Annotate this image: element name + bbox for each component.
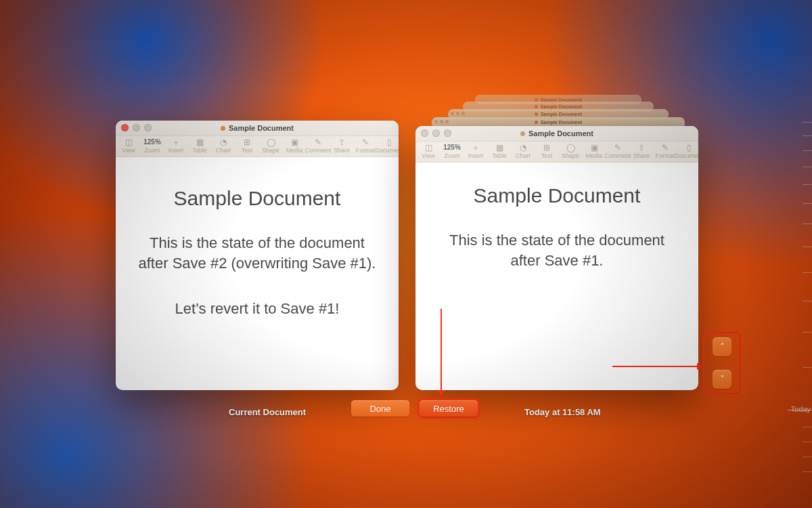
table-tool[interactable]: ▦Table — [491, 142, 508, 159]
document-tool[interactable]: ▯Document — [380, 136, 398, 154]
version-ghost-title: Sample Document — [541, 112, 582, 117]
chart-tool[interactable]: ◔Chart — [514, 142, 532, 159]
titlebar[interactable]: Sample Document — [116, 121, 399, 136]
media-tool[interactable]: ▣Media — [585, 142, 603, 159]
current-document-label: Current Document — [229, 407, 306, 417]
comment-tool[interactable]: ✎Comment — [609, 142, 627, 159]
comment-tool[interactable]: ✎Comment — [309, 136, 327, 154]
version-previous-button[interactable]: ˄ — [713, 337, 731, 356]
version-nav-arrows: ˄ ˅ — [706, 335, 738, 391]
minimize-icon — [432, 129, 440, 137]
edited-indicator-icon — [520, 131, 525, 136]
share-tool[interactable]: ⇪Share — [333, 136, 351, 154]
doc-heading: Sample Document — [136, 187, 378, 210]
plus-icon: ＋ — [472, 143, 480, 152]
chevron-down-icon: ˅ — [720, 374, 725, 385]
titlebar[interactable]: Sample Document — [415, 126, 698, 142]
chart-icon: ◔ — [220, 137, 227, 147]
comment-icon: ✎ — [315, 137, 321, 147]
document-icon: ▯ — [387, 137, 392, 147]
sidebar-icon: ◫ — [125, 137, 133, 147]
version-document-window: Sample Document ◫View 125%Zoom ＋Insert ▦… — [415, 126, 698, 390]
version-timestamp-label: Today at 11:58 AM — [524, 407, 601, 417]
plus-icon: ＋ — [172, 137, 180, 147]
media-tool[interactable]: ▣Media — [286, 136, 303, 154]
shape-icon: ◯ — [566, 143, 575, 152]
annotation-arrow-right — [612, 366, 702, 367]
media-icon: ▣ — [591, 143, 598, 152]
timeline-now-marker — [788, 410, 812, 410]
table-icon: ▦ — [196, 137, 204, 147]
doc-paragraph-2: Let’s revert it to Save #1! — [136, 299, 378, 319]
chart-tool[interactable]: ◔Chart — [215, 136, 232, 154]
toolbar: ◫View 125%Zoom ＋Insert ▦Table ◔Chart ⊞Te… — [415, 142, 698, 163]
document-content: Sample Document This is the state of the… — [415, 163, 698, 314]
view-tool[interactable]: ◫View — [120, 136, 137, 154]
doc-paragraph-1: This is the state of the document after … — [436, 230, 678, 270]
share-tool[interactable]: ⇪Share — [633, 142, 650, 159]
timeline-now-label: Today — [791, 405, 811, 413]
format-tool[interactable]: ✎Format — [656, 142, 674, 159]
shape-tool[interactable]: ◯Shape — [262, 136, 279, 154]
zoom-tool[interactable]: 125%Zoom — [443, 142, 461, 159]
insert-tool[interactable]: ＋Insert — [467, 142, 484, 159]
share-icon: ⇪ — [638, 143, 645, 152]
annotation-arrow-down — [441, 309, 442, 396]
shape-icon: ◯ — [267, 137, 275, 147]
zoom-window-icon — [444, 129, 451, 137]
text-tool[interactable]: ⊞Text — [238, 136, 256, 154]
restore-button[interactable]: Restore — [420, 400, 478, 417]
version-ghost-title: Sample Document — [541, 120, 582, 125]
format-icon: ✎ — [362, 137, 369, 147]
version-next-button[interactable]: ˅ — [713, 370, 731, 389]
document-icon: ▯ — [687, 143, 692, 152]
done-button[interactable]: Done — [351, 400, 409, 417]
version-ghost-title: Sample Document — [541, 104, 582, 109]
chevron-up-icon: ˄ — [720, 341, 725, 352]
versions-browser-backdrop: Sample Document Sample Document Sample D… — [0, 0, 812, 508]
shape-tool[interactable]: ◯Shape — [562, 142, 579, 159]
doc-heading: Sample Document — [436, 184, 678, 207]
doc-paragraph-1: This is the state of the document after … — [136, 233, 378, 273]
sidebar-icon: ◫ — [425, 143, 432, 152]
toolbar: ◫View 125%Zoom ＋Insert ▦Table ◔Chart ⊞Te… — [116, 136, 399, 157]
text-icon: ⊞ — [244, 137, 250, 147]
close-icon[interactable] — [121, 124, 129, 131]
version-timeline[interactable]: Today — [773, 115, 812, 481]
close-icon — [421, 129, 428, 137]
insert-tool[interactable]: ＋Insert — [167, 136, 185, 154]
current-document-window: Sample Document ◫View 125%Zoom ＋Insert ▦… — [116, 121, 399, 390]
text-tool[interactable]: ⊞Text — [538, 142, 556, 159]
table-icon: ▦ — [496, 143, 503, 152]
window-title: Sample Document — [528, 129, 593, 137]
share-icon: ⇪ — [338, 137, 345, 147]
media-icon: ▣ — [291, 137, 298, 147]
view-tool[interactable]: ◫View — [420, 142, 437, 159]
document-content: Sample Document This is the state of the… — [116, 157, 399, 362]
edited-indicator-icon — [221, 126, 225, 131]
document-tool[interactable]: ▯Document — [680, 142, 698, 159]
format-tool[interactable]: ✎Format — [357, 136, 374, 154]
zoom-tool[interactable]: 125%Zoom — [143, 136, 161, 154]
chart-icon: ◔ — [520, 143, 526, 152]
minimize-icon — [133, 124, 140, 131]
window-traffic-lights[interactable] — [121, 124, 152, 131]
format-icon: ✎ — [662, 143, 669, 152]
table-tool[interactable]: ▦Table — [191, 136, 208, 154]
comment-icon: ✎ — [614, 143, 621, 152]
text-icon: ⊞ — [543, 143, 550, 152]
zoom-window-icon — [144, 124, 152, 131]
window-title: Sample Document — [229, 124, 294, 132]
window-traffic-lights — [421, 129, 451, 137]
